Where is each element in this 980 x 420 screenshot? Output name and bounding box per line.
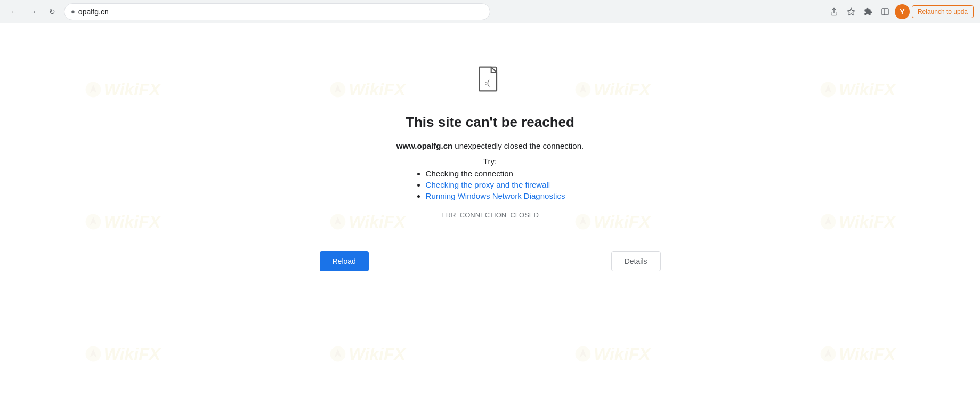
list-item: Checking the proxy and the firewall — [426, 180, 565, 189]
svg-text::(: :( — [484, 78, 489, 87]
user-avatar[interactable]: Y — [895, 4, 910, 19]
relaunch-button[interactable]: Relaunch to upda — [912, 5, 974, 18]
lock-icon: ● — [71, 7, 75, 15]
error-page-content: :( This site can't be reached www.opalfg… — [0, 23, 980, 420]
error-title: This site can't be reached — [406, 114, 574, 131]
suggestion-1: Checking the connection — [426, 169, 513, 178]
reload-button[interactable]: ↻ — [45, 4, 60, 19]
action-buttons: Reload Details — [320, 251, 661, 271]
reload-button[interactable]: Reload — [320, 251, 369, 271]
try-label: Try: — [483, 157, 497, 166]
error-page-icon: :( — [474, 66, 506, 98]
back-button[interactable]: ← — [6, 4, 21, 19]
error-description: www.opalfg.cn unexpectedly closed the co… — [396, 141, 584, 150]
bookmark-icon[interactable] — [844, 4, 858, 19]
svg-marker-0 — [847, 8, 854, 15]
suggestion-2-link[interactable]: Checking the proxy and the firewall — [426, 180, 550, 189]
url-text: opalfg.cn — [78, 7, 483, 16]
sidebar-icon[interactable] — [878, 4, 893, 19]
share-icon[interactable] — [827, 4, 841, 19]
extensions-icon[interactable] — [861, 4, 876, 19]
svg-rect-1 — [882, 9, 888, 15]
list-item: Running Windows Network Diagnostics — [426, 191, 565, 200]
error-description-rest: unexpectedly closed the connection. — [452, 141, 584, 150]
error-domain: www.opalfg.cn — [396, 141, 452, 150]
address-bar[interactable]: ● opalfg.cn — [64, 3, 490, 20]
error-code: ERR_CONNECTION_CLOSED — [441, 211, 539, 219]
suggestion-3-link[interactable]: Running Windows Network Diagnostics — [426, 191, 565, 200]
list-item: Checking the connection — [426, 169, 565, 178]
forward-button[interactable]: → — [26, 4, 41, 19]
browser-chrome: ← → ↻ ● opalfg.cn Y Relaunch — [0, 0, 980, 23]
toolbar-right: Y Relaunch to upda — [827, 4, 974, 19]
suggestions-list: Checking the connection Checking the pro… — [415, 169, 565, 203]
details-button[interactable]: Details — [611, 251, 661, 271]
